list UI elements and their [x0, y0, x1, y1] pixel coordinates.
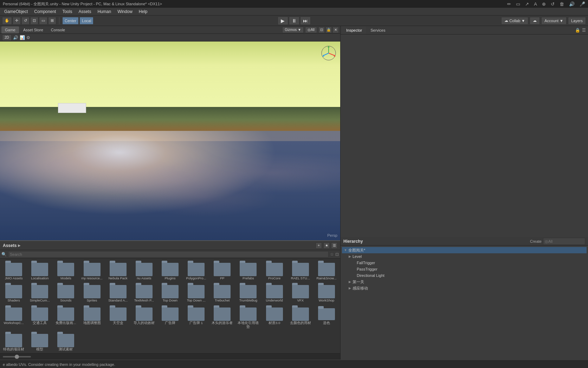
folder-material3[interactable]: 材质3.0: [261, 304, 287, 330]
menu-human[interactable]: Human: [95, 8, 114, 15]
arrow-icon[interactable]: ↗: [525, 1, 529, 7]
folder-localisation[interactable]: Localisation: [27, 259, 53, 281]
step-button[interactable]: ⏭: [300, 17, 311, 25]
hierarchy-search-input[interactable]: [543, 238, 585, 245]
create-label[interactable]: Create: [530, 239, 542, 243]
space-btn[interactable]: Local: [79, 17, 93, 25]
folder-test-mat[interactable]: 测试素材: [53, 330, 79, 353]
folder-color-select[interactable]: 选色: [314, 304, 340, 330]
zoom-slider[interactable]: [3, 356, 31, 357]
assets-menu-btn[interactable]: ☰: [331, 242, 337, 249]
transform-tool[interactable]: ⊞: [48, 17, 56, 25]
assets-search-input[interactable]: [8, 251, 329, 258]
tree-first-level[interactable]: ▶ 第一关: [342, 279, 587, 285]
folder-billboard[interactable]: 广告牌: [157, 304, 183, 330]
audio-icon[interactable]: 🔊: [569, 1, 575, 7]
folder-models[interactable]: Models: [53, 259, 79, 281]
folder-textmesh[interactable]: TextMesh P...: [131, 281, 157, 304]
account-button[interactable]: Account ▼: [541, 17, 567, 25]
folder-shaders[interactable]: Shaders: [1, 281, 27, 304]
tree-directional-light[interactable]: Directional Light: [342, 272, 587, 279]
cloud-button[interactable]: ☁: [530, 17, 540, 25]
tree-induction-move[interactable]: ▶ 感应移动: [342, 285, 587, 291]
menu-component[interactable]: Component: [31, 8, 59, 15]
assets-add-btn[interactable]: +: [316, 242, 322, 249]
folder-procore[interactable]: ProCore: [261, 259, 287, 281]
tree-root[interactable]: ▼ 全图阅关*: [342, 247, 587, 253]
folder-workshop[interactable]: WorkShop: [314, 281, 340, 304]
menu-gameobject[interactable]: GameObject: [1, 8, 31, 15]
folder-wood-playground[interactable]: 木头的游乐者: [209, 304, 235, 330]
folder-decolor-mat[interactable]: 去颜色的用材: [287, 304, 314, 330]
pause-button[interactable]: ⏸: [289, 17, 299, 25]
gizmos-btn[interactable]: Gizmos ▼: [282, 27, 304, 33]
assets-star-btn[interactable]: ★: [323, 242, 330, 249]
undo-icon[interactable]: ↺: [551, 1, 555, 7]
folder-vfx[interactable]: VFX: [287, 281, 314, 304]
mic-icon[interactable]: 🎤: [580, 1, 585, 7]
folder-model[interactable]: 模型: [27, 330, 53, 353]
folder-rael-stu[interactable]: RAEL STU...: [287, 259, 314, 281]
menu-window[interactable]: Window: [115, 8, 135, 15]
folder-pp[interactable]: PP: [209, 259, 235, 281]
folder-nebula-pack[interactable]: Nebula Pack: [105, 259, 131, 281]
inspector-menu-btn[interactable]: ☰: [581, 27, 587, 33]
folder-trumblebug[interactable]: TrumbleBug: [235, 281, 261, 304]
scale-btn[interactable]: ◎All: [305, 27, 317, 33]
tab-services[interactable]: Services: [366, 26, 389, 34]
rotate-tool[interactable]: ↺: [21, 17, 30, 25]
move-tool[interactable]: ✛: [13, 17, 21, 25]
close-view-btn[interactable]: ✕: [332, 27, 339, 33]
folder-standard-a[interactable]: Standard A...: [105, 281, 131, 304]
folder-imported-anim[interactable]: 导入的动效材: [131, 304, 157, 330]
folder-sounds[interactable]: Sounds: [53, 281, 79, 304]
folder-localization-ref[interactable]: 本地化引用墙垫: [235, 304, 261, 330]
tree-falltrigger[interactable]: FallTrigger: [342, 260, 587, 266]
folder-workshopc[interactable]: WorkshopC...: [1, 304, 27, 330]
2d-btn[interactable]: 2D: [2, 34, 12, 41]
tab-inspector[interactable]: Inspector: [342, 26, 366, 34]
hand-tool[interactable]: ✋: [2, 17, 12, 25]
lock-btn[interactable]: 🔒: [325, 27, 332, 33]
folder-my-resources[interactable]: my resource...: [79, 259, 105, 281]
folder-sprites[interactable]: Sprites: [79, 281, 105, 304]
edit-icon[interactable]: ✏: [507, 1, 511, 7]
menu-assets[interactable]: Assets: [76, 8, 94, 15]
folder-map-adjust[interactable]: 地图调整图: [79, 304, 105, 330]
folder-nu-assets[interactable]: nu Assets: [131, 259, 157, 281]
folder-free-pub[interactable]: 免费出版画...: [53, 304, 79, 330]
folder-billboard2[interactable]: 广告牌 1: [183, 304, 209, 330]
tree-passtrigger[interactable]: PassTrigger: [342, 266, 587, 272]
rect-icon[interactable]: ▭: [516, 1, 520, 7]
folder-rain-snow[interactable]: Rain&Snow...: [314, 259, 340, 281]
maximize-btn[interactable]: ⊡: [318, 27, 325, 33]
menu-help[interactable]: Help: [136, 8, 150, 15]
folder-jmo-assets[interactable]: JMO Assets: [1, 259, 27, 281]
folder-polygonpro[interactable]: PolygonPro...: [183, 259, 209, 281]
folder-prefabs[interactable]: Prefabs: [235, 259, 261, 281]
collab-button[interactable]: ☁ Collab ▼: [501, 17, 528, 25]
text-icon[interactable]: A: [534, 1, 537, 7]
zoom-thumb[interactable]: [15, 355, 19, 359]
folder-trebuchet[interactable]: Trebuchet: [209, 281, 235, 304]
folder-underworld[interactable]: Underworld: [261, 281, 287, 304]
rect-tool[interactable]: ▭: [39, 17, 47, 25]
tab-game[interactable]: Game: [1, 26, 19, 33]
tree-level[interactable]: ▶ Level: [342, 253, 587, 260]
pivot-btn[interactable]: Center: [62, 17, 79, 25]
layers-button[interactable]: Layers: [568, 17, 586, 25]
play-button[interactable]: ▶: [278, 17, 288, 25]
folder-top-down2[interactable]: Top Down ...: [183, 281, 209, 304]
tab-asset-store[interactable]: Asset Store: [20, 26, 47, 33]
scale-tool[interactable]: ⊡: [30, 17, 38, 25]
inspector-lock-btn[interactable]: 🔒: [575, 27, 580, 33]
folder-featured-mat[interactable]: 特色的项目材: [1, 330, 27, 353]
tab-console[interactable]: Console: [47, 26, 69, 33]
folder-simplecum[interactable]: SimpleCum...: [27, 281, 53, 304]
menu-tools[interactable]: Tools: [59, 8, 75, 15]
folder-plugins[interactable]: Plugins: [157, 259, 183, 281]
folder-top-down[interactable]: Top Down: [157, 281, 183, 304]
delete-icon[interactable]: 🗑: [560, 1, 564, 7]
pin-icon[interactable]: ⊕: [542, 1, 546, 7]
folder-traffic-tools[interactable]: 交通工具: [27, 304, 53, 330]
